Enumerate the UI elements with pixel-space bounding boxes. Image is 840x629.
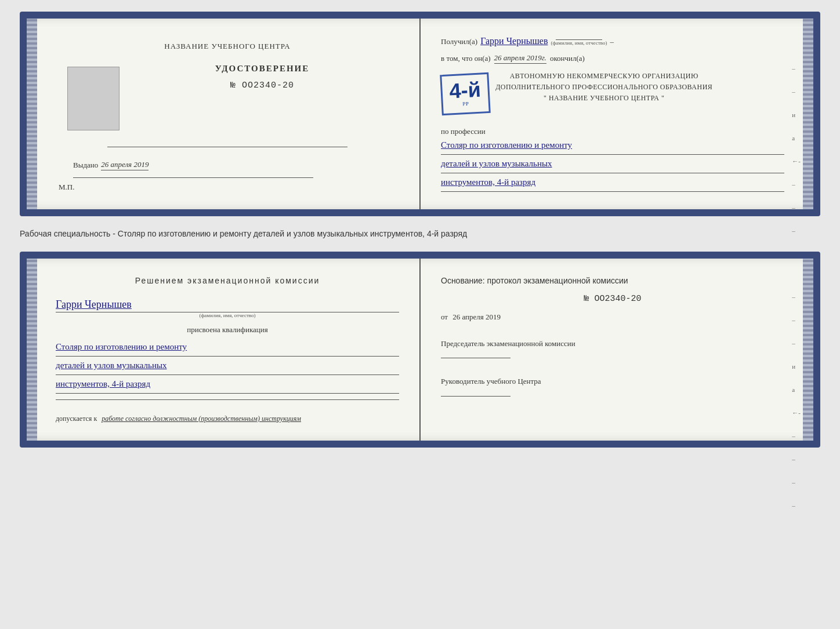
name-wrapper: Гарри Чернышев <box>56 299 399 312</box>
profession-line3: инструментов, 4-й разряд <box>441 174 784 190</box>
recipient-line: Получил(а) Гарри Чернышев (фамилия, имя,… <box>441 36 784 46</box>
protocol-date: от 26 апреля 2019 <box>441 312 784 322</box>
profession-label: по профессии <box>441 127 784 136</box>
issued-label: Выдано <box>73 161 98 170</box>
director-block: Руководитель учебного Центра <box>441 376 784 397</box>
top-document: НАЗВАНИЕ УЧЕБНОГО ЦЕНТРА УДОСТОВЕРЕНИЕ №… <box>20 12 820 216</box>
recipient-name: Гарри Чернышев <box>480 36 548 46</box>
vtom-suffix: окончил(а) <box>550 54 585 63</box>
top-doc-left: НАЗВАНИЕ УЧЕБНОГО ЦЕНТРА УДОСТОВЕРЕНИЕ №… <box>27 19 421 209</box>
allowed-line: допускается к работе согласно должностны… <box>56 415 301 423</box>
cert-label: УДОСТОВЕРЕНИЕ <box>215 64 310 74</box>
stamp-line1: АВТОНОМНУЮ НЕКОММЕРЧЕСКУЮ ОРГАНИЗАЦИЮ <box>495 71 712 82</box>
bottom-doc-left: Решением экзаменационной комиссии Гарри … <box>27 259 421 441</box>
stamp-line2: ДОПОЛНИТЕЛЬНОГО ПРОФЕССИОНАЛЬНОГО ОБРАЗО… <box>495 82 712 93</box>
stamp: 4-й рр <box>440 72 491 115</box>
chairman-sign-line <box>441 358 510 358</box>
org-block: АВТОНОМНУЮ НЕКОММЕРЧЕСКУЮ ОРГАНИЗАЦИЮ ДО… <box>495 71 712 104</box>
bottom-document: Решением экзаменационной комиссии Гарри … <box>20 252 820 448</box>
recipient-sub: (фамилия, имя, отчество) <box>551 40 607 46</box>
right-strip-bottom <box>803 259 813 441</box>
issued-date: 26 апреля 2019 <box>101 160 149 170</box>
vtom-prefix: в том, что он(а) <box>441 54 491 63</box>
qualification-line1: Столяр по изготовлению и ремонту <box>56 339 399 355</box>
vtom-line: в том, что он(а) 26 апреля 2019г. окончи… <box>441 53 784 64</box>
bottom-name: Гарри Чернышев <box>56 299 132 310</box>
stamp-line3: " НАЗВАНИЕ УЧЕБНОГО ЦЕНТРА " <box>495 93 712 104</box>
chairman-block: Председатель экзаменационной комиссии <box>441 338 784 359</box>
photo-placeholder <box>67 67 120 130</box>
school-title: НАЗВАНИЕ УЧЕБНОГО ЦЕНТРА <box>164 42 290 51</box>
stamp-rank: 4-й <box>449 79 481 102</box>
caption: Рабочая специальность - Столяр по изгото… <box>20 228 820 240</box>
director-label: Руководитель учебного Центра <box>441 376 784 387</box>
allowed-prefix: допускается к <box>56 415 97 423</box>
qualification-line2: деталей и узлов музыкальных <box>56 358 399 373</box>
bottom-doc-right: Основание: протокол экзаменационной коми… <box>421 259 813 441</box>
qualification-line3: инструментов, 4-й разряд <box>56 376 399 392</box>
assigned-label: присвоена квалификация <box>187 325 267 335</box>
name-sub: (фамилия, имя, отчество) <box>56 312 399 318</box>
recipient-prefix: Получил(а) <box>441 37 477 46</box>
protocol-number: № OO2340-20 <box>441 294 784 304</box>
profession-line2: деталей и узлов музыкальных <box>441 156 784 172</box>
top-doc-right: Получил(а) Гарри Чернышев (фамилия, имя,… <box>421 19 813 209</box>
resolution-title: Решением экзаменационной комиссии <box>56 276 399 285</box>
protocol-date-value: 26 апреля 2019 <box>452 312 501 321</box>
protocol-date-prefix: от <box>441 312 448 321</box>
vtom-date: 26 апреля 2019г. <box>494 53 546 64</box>
cert-number: № OO2340-20 <box>230 81 294 90</box>
allowed-text: работе согласно должностным (производств… <box>102 415 301 423</box>
profession-line1: Столяр по изготовлению и ремонту <box>441 137 784 153</box>
right-strip-top <box>803 19 813 209</box>
mp-label: М.П. <box>59 183 74 192</box>
basis-label: Основание: протокол экзаменационной коми… <box>441 276 784 285</box>
chairman-label: Председатель экзаменационной комиссии <box>441 338 784 350</box>
director-sign-line <box>441 396 510 397</box>
